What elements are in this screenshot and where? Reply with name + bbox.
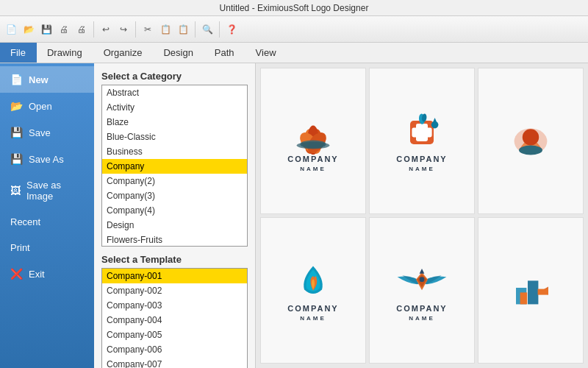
help-icon[interactable]: ❓: [223, 21, 240, 38]
template-item-007[interactable]: Company-007: [102, 357, 247, 368]
list-item[interactable]: Company(3): [102, 188, 247, 203]
template-listbox[interactable]: Company-001 Company-002 Company-003 Comp…: [101, 268, 248, 368]
sidebar-item-saveimage[interactable]: 🖼 Save as Image: [0, 172, 94, 209]
logo-card-5[interactable]: COMPANYNAME: [369, 217, 475, 364]
category-section: Select a Category Abstract Activity Blaz…: [101, 71, 248, 247]
sep2: [135, 21, 136, 38]
svg-rect-24: [520, 292, 528, 304]
sidebar: 📄 New 📂 Open 💾 Save 💾 Save As 🖼 Save as …: [0, 63, 94, 368]
list-item[interactable]: Design: [102, 218, 247, 233]
template-section: Select a Template Company-001 Company-00…: [101, 254, 248, 368]
main-layout: 📄 New 📂 Open 💾 Save 💾 Save As 🖼 Save as …: [0, 63, 588, 368]
sidebar-item-saveas[interactable]: 💾 Save As: [0, 146, 94, 172]
saveas-icon: 💾: [10, 153, 23, 165]
svg-marker-14: [432, 118, 438, 125]
middle-panel: Select a Category Abstract Activity Blaz…: [94, 63, 256, 368]
logo-card-6[interactable]: [478, 217, 584, 364]
toolbar: 📄 📂 💾 🖨 🖨 ↩ ↪ ✂ 📋 📋 🔍 ❓: [0, 16, 588, 43]
logo-text-4: COMPANYNAME: [287, 304, 338, 322]
redo-icon[interactable]: ↪: [115, 21, 132, 38]
sidebar-recent-label: Recent: [10, 216, 40, 227]
svg-point-16: [523, 129, 539, 145]
sep1: [93, 21, 94, 38]
open-icon[interactable]: 📂: [21, 21, 37, 38]
category-title: Select a Category: [101, 71, 248, 82]
sidebar-item-recent[interactable]: Recent: [0, 209, 94, 235]
copy-icon[interactable]: 📋: [157, 21, 173, 38]
menu-view[interactable]: View: [245, 43, 287, 63]
sidebar-saveas-label: Save As: [29, 154, 64, 165]
logo-card-3[interactable]: [478, 68, 584, 214]
logo-grid: COMPANYNAME COMPANYNAME: [256, 63, 588, 368]
open-folder-icon: 📂: [10, 100, 23, 112]
list-item-company[interactable]: Company: [102, 159, 247, 174]
menu-path[interactable]: Path: [204, 43, 245, 63]
list-item[interactable]: Activity: [102, 100, 247, 115]
category-listbox[interactable]: Abstract Activity Blaze Blue-Classic Bus…: [101, 85, 248, 247]
list-item[interactable]: Flowers-Fruits: [102, 233, 247, 247]
svg-point-7: [297, 141, 330, 149]
menu-file[interactable]: File: [0, 43, 37, 63]
logo-card-4[interactable]: COMPANYNAME: [260, 217, 366, 364]
category-list-area: Abstract Activity Blaze Blue-Classic Bus…: [101, 85, 248, 247]
svg-rect-26: [538, 289, 548, 294]
cut-icon[interactable]: ✂: [140, 21, 156, 38]
logo-card-1[interactable]: COMPANYNAME: [260, 68, 366, 214]
template-list-area: Company-001 Company-002 Company-003 Comp…: [101, 268, 248, 368]
list-item[interactable]: Company(2): [102, 174, 247, 188]
sidebar-new-label: New: [29, 74, 49, 85]
sep3: [195, 21, 196, 38]
app-title: Untitled - EximiousSoft Logo Designer: [6, 3, 582, 13]
logo-text-5: COMPANYNAME: [396, 304, 447, 322]
sidebar-item-open[interactable]: 📂 Open: [0, 93, 94, 119]
template-item-004[interactable]: Company-004: [102, 313, 247, 328]
sep4: [219, 21, 220, 38]
sidebar-item-new[interactable]: 📄 New: [0, 66, 94, 93]
menubar: File Drawing Organize Design Path View: [0, 43, 588, 63]
sidebar-exit-label: Exit: [29, 269, 45, 280]
save-icon[interactable]: 💾: [38, 21, 54, 38]
sidebar-item-print[interactable]: Print: [0, 235, 94, 261]
list-item[interactable]: Business: [102, 144, 247, 159]
template-item-005[interactable]: Company-005: [102, 328, 247, 342]
template-item-006[interactable]: Company-006: [102, 342, 247, 357]
sidebar-open-label: Open: [29, 101, 52, 112]
list-item[interactable]: Abstract: [102, 85, 247, 100]
image-icon: 🖼: [10, 185, 21, 197]
save2-icon[interactable]: 🖨: [56, 21, 72, 38]
sidebar-saveimage-label: Save as Image: [26, 180, 84, 202]
menu-design[interactable]: Design: [153, 43, 204, 63]
logo-text-1: COMPANYNAME: [287, 155, 338, 172]
logo-card-2[interactable]: COMPANYNAME: [369, 68, 475, 214]
svg-rect-10: [412, 127, 431, 137]
template-item-002[interactable]: Company-002: [102, 283, 247, 298]
title-bar: Untitled - EximiousSoft Logo Designer: [0, 0, 588, 16]
new-icon[interactable]: 📄: [3, 21, 19, 38]
sidebar-item-exit[interactable]: ❌ Exit: [0, 261, 94, 287]
list-item[interactable]: Blaze: [102, 115, 247, 130]
sidebar-save-label: Save: [29, 127, 51, 138]
svg-marker-20: [420, 269, 425, 274]
undo-icon[interactable]: ↩: [98, 21, 114, 38]
svg-point-17: [519, 145, 542, 155]
svg-point-21: [420, 277, 425, 282]
paste-icon[interactable]: 📋: [175, 21, 191, 38]
sidebar-print-label: Print: [10, 242, 30, 253]
menu-drawing[interactable]: Drawing: [37, 43, 93, 63]
template-title: Select a Template: [101, 254, 248, 265]
zoom-icon[interactable]: 🔍: [199, 21, 215, 38]
save-disk-icon: 💾: [10, 127, 23, 138]
print-icon[interactable]: 🖨: [74, 21, 90, 38]
sidebar-item-save[interactable]: 💾 Save: [0, 119, 94, 146]
svg-rect-23: [528, 280, 538, 304]
list-item[interactable]: Blue-Classic: [102, 130, 247, 144]
exit-icon: ❌: [10, 268, 23, 280]
menu-organize[interactable]: Organize: [93, 43, 154, 63]
new-file-icon: 📄: [10, 74, 23, 85]
template-item-003[interactable]: Company-003: [102, 298, 247, 313]
template-item-001[interactable]: Company-001: [102, 269, 247, 283]
logo-text-2: COMPANYNAME: [396, 155, 447, 172]
list-item[interactable]: Company(4): [102, 203, 247, 218]
